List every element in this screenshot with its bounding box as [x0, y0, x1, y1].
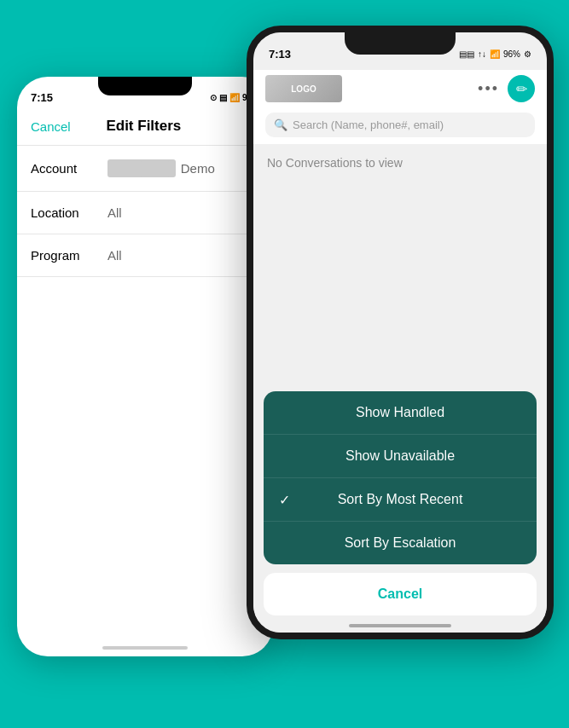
- status-icons-front: ▤▤ ↑↓ 📶 96% ⚙: [459, 49, 531, 59]
- compose-button[interactable]: ✏: [508, 75, 535, 102]
- app-logo: LOGO: [265, 75, 342, 102]
- account-value-demo: Demo: [181, 161, 215, 176]
- sort-escalation-button[interactable]: Sort By Escalation: [264, 522, 537, 564]
- time-back: 7:15: [31, 91, 53, 104]
- sort-most-recent-button[interactable]: Sort By Most Recent: [264, 478, 537, 522]
- notch-back: [98, 77, 192, 95]
- cancel-button-back[interactable]: Cancel: [31, 119, 71, 134]
- no-conversations-text: No Conversations to view: [267, 156, 403, 170]
- location-filter-row[interactable]: Location All: [17, 192, 273, 234]
- show-handled-button[interactable]: Show Handled: [264, 391, 537, 435]
- phone-back: 7:15 ⊙ ▤ 📶 96% Cancel Edit Filters Accou…: [17, 77, 273, 656]
- notch-front: [345, 32, 456, 55]
- phone-front-content: 7:13 ▤▤ ↑↓ 📶 96% ⚙ LOGO ••• ✏: [253, 32, 547, 633]
- search-input-wrap[interactable]: 🔍 Search (Name, phone#, email): [265, 113, 535, 137]
- edit-filters-header: Cancel Edit Filters: [17, 111, 273, 146]
- account-filter-row[interactable]: Account ██████ Demo: [17, 146, 273, 192]
- search-placeholder: Search (Name, phone#, email): [293, 118, 444, 131]
- phone-front: 7:13 ▤▤ ↑↓ 📶 96% ⚙ LOGO ••• ✏: [247, 26, 554, 639]
- program-value: All: [107, 248, 122, 263]
- app-header-icons: ••• ✏: [478, 75, 535, 102]
- time-front: 7:13: [269, 48, 291, 61]
- program-label: Program: [31, 248, 107, 263]
- app-logo-area: LOGO: [265, 75, 342, 102]
- action-sheet-group: Show Handled Show Unavailable Sort By Mo…: [264, 391, 537, 564]
- search-bar: 🔍 Search (Name, phone#, email): [253, 107, 547, 144]
- action-sheet: Show Handled Show Unavailable Sort By Mo…: [253, 383, 547, 633]
- location-label: Location: [31, 205, 107, 220]
- edit-filters-title: Edit Filters: [106, 118, 181, 135]
- more-options-icon[interactable]: •••: [478, 80, 499, 98]
- program-filter-row[interactable]: Program All: [17, 234, 273, 277]
- location-value: All: [107, 205, 122, 220]
- account-label: Account: [31, 161, 107, 176]
- account-value-blurred: ██████: [107, 159, 176, 177]
- home-indicator-front: [349, 624, 451, 627]
- action-cancel-button[interactable]: Cancel: [264, 573, 537, 615]
- no-conversations-area: No Conversations to view: [253, 144, 547, 401]
- app-header: LOGO ••• ✏: [253, 70, 547, 107]
- show-unavailable-button[interactable]: Show Unavailable: [264, 435, 537, 478]
- home-indicator-back: [102, 646, 188, 650]
- search-icon: 🔍: [274, 118, 287, 131]
